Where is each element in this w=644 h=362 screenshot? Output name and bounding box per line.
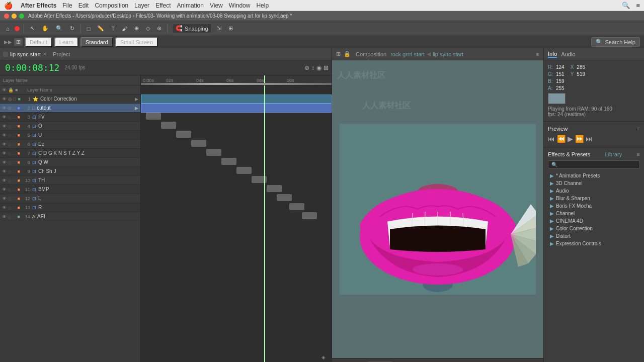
layer-row[interactable]: 👁 ◎ □ ■ 5 ⊡ U (0, 131, 140, 140)
tab-info[interactable]: Info (548, 51, 557, 58)
layer-row[interactable]: 👁 ◎ □ ■ 8 ⊡ Q W (0, 158, 140, 167)
layer-row[interactable]: 👁 ◎ □ ■ 12 ⊡ L (0, 194, 140, 203)
library-tab-btn[interactable]: Library (605, 151, 622, 157)
tool-rect[interactable]: □ (85, 25, 93, 33)
tool-rotate[interactable]: ↻ (68, 24, 76, 33)
effect-blur-sharpen[interactable]: ▶ Blur & Sharpen (548, 195, 640, 202)
tool-puppet[interactable]: ⊛ (155, 24, 164, 33)
menu-animation[interactable]: Animation (177, 2, 204, 9)
visibility-all[interactable]: 👁 (2, 87, 7, 93)
effects-label: Effects & Presets (548, 151, 590, 157)
timeline-tab-close[interactable]: ✕ (43, 51, 47, 57)
kf-13 (289, 203, 304, 210)
layer-panel: 👁 🔒 ■ Layer Name 👁 ◎ □ ■ 1 ⭐ Color Corre… (0, 85, 332, 362)
snapping-toggle[interactable]: 🧲 Snapping (172, 24, 212, 33)
lock-12: □ (13, 196, 15, 201)
menu-window[interactable]: Window (229, 2, 251, 9)
effects-search-input[interactable] (548, 160, 640, 169)
tab-audio[interactable]: Audio (561, 51, 575, 57)
effect-3d-channel[interactable]: ▶ 3D Channel (548, 179, 640, 187)
menu-composition[interactable]: Composition (95, 2, 128, 9)
tool-hand[interactable]: ✋ (40, 24, 51, 33)
tool-brush[interactable]: 🖌 (120, 25, 129, 33)
work-area-bar[interactable] (141, 83, 332, 85)
layer-row[interactable]: 👁 ◎ □ ■ 2 □ cutout ▶ (0, 104, 140, 113)
preview-menu[interactable]: ≡ (637, 126, 640, 132)
layer-row[interactable]: 👁 ◎ □ ■ 10 ⊡ TH (0, 176, 140, 185)
menu-aftereffects[interactable]: After Effects (21, 2, 56, 9)
preview-first[interactable]: ⏮ (548, 135, 555, 143)
layer-row[interactable]: 👁 ◎ □ ■ 9 ⊡ Ch Sh J (0, 167, 140, 176)
layer-row[interactable]: 👁 ◎ □ ■ 4 ⊡ O (0, 122, 140, 131)
top-timecode[interactable]: 0:00:08:12 (3, 61, 61, 74)
playhead-kf[interactable] (264, 85, 265, 362)
effects-menu[interactable]: ≡ (637, 151, 640, 157)
expand-1[interactable]: ▶ (135, 97, 138, 102)
tl-tool1[interactable]: ⊕ (304, 64, 309, 71)
label-all[interactable]: ■ (15, 87, 18, 93)
layer-row[interactable]: 👁 ◎ □ ■ 6 ⊡ Ee (0, 140, 140, 149)
effect-boris-fx[interactable]: ▶ Boris FX Mocha (548, 202, 640, 210)
comp-footer: ⊞ ◪ RGB 100% ▼ 0:00:00:16 📷 Full ▼ ⊡ ⤢ (332, 358, 543, 362)
breadcrumb-child[interactable]: lip sync start (433, 51, 463, 57)
tab-standard[interactable]: Standard (80, 37, 113, 47)
effect-color-correction[interactable]: ▶ Color Correction (548, 225, 640, 232)
search-help-bar[interactable]: 🔍 Search Help (591, 37, 640, 47)
menu-view[interactable]: View (210, 2, 223, 9)
effect-expression-controls[interactable]: ▶ Expression Controls (548, 240, 640, 247)
preview-play[interactable]: ▶ (568, 135, 573, 143)
effect-audio[interactable]: ▶ Audio (548, 187, 640, 195)
effect-channel[interactable]: ▶ Channel (548, 210, 640, 217)
tool-eraser[interactable]: ◇ (144, 24, 152, 33)
tool-select[interactable]: ↖ (28, 24, 37, 33)
effect-cinema4d[interactable]: ▶ CINEMA 4D (548, 217, 640, 225)
layer-row[interactable]: 👁 ◎ □ ■ 7 ⊡ C D G K N S T Z Y Z (0, 149, 140, 158)
tool-text[interactable]: T (109, 25, 117, 33)
preview-next[interactable]: ⏩ (575, 135, 584, 143)
menu-effect[interactable]: Effect (155, 2, 171, 9)
menu-help[interactable]: Help (256, 2, 269, 9)
expand-2[interactable]: ▶ (135, 106, 138, 111)
record-btn[interactable] (15, 26, 20, 31)
tool-pen[interactable]: ✏️ (95, 24, 106, 33)
layer-row[interactable]: 👁 ◎ □ ■ 1 ⭐ Color Correction ▶ (0, 95, 140, 104)
layer-row[interactable]: 👁 ◎ □ ■ 13 ⊡ R (0, 203, 140, 212)
ruler-right[interactable]: 0:00s 02s 04s 06s 08s 10s (141, 75, 332, 85)
minimize-btn[interactable] (12, 14, 17, 19)
tl-tool3[interactable]: ◉ (316, 64, 321, 71)
layer-row[interactable]: 👁 ◎ □ ■ 3 ⊡ FV (0, 113, 140, 122)
layer-row[interactable]: 👁 ◎ □ ■ 11 ⊡ BMP (0, 185, 140, 194)
expand-icon-2: ▶ (550, 188, 554, 194)
tl-tool4[interactable]: ⊠ (324, 64, 329, 71)
comp-menu-btn[interactable]: ≡ (536, 51, 539, 57)
close-btn[interactable] (4, 14, 9, 19)
toolbar-orient[interactable]: ⊞ (226, 24, 235, 33)
kf-bar-2[interactable] (141, 104, 332, 113)
lock-all[interactable]: 🔒 (8, 87, 14, 93)
menu-file[interactable]: File (62, 2, 72, 9)
preview-prev[interactable]: ⏪ (557, 135, 566, 143)
tab-default[interactable]: Default (25, 37, 52, 47)
menu-edit[interactable]: Edit (78, 2, 89, 9)
kf-bar-1[interactable] (141, 95, 332, 104)
tool-zoom[interactable]: 🔍 (54, 24, 65, 33)
tl-tool2[interactable]: ↕ (311, 64, 314, 71)
layer-name-13: R (38, 205, 138, 210)
expand-panels-icon[interactable]: ▶▶ (4, 39, 12, 45)
menu-layer[interactable]: Layer (134, 2, 149, 9)
ruler-row[interactable]: Layer Name 0:00s 02s 04s 06s 08s 10s (0, 75, 332, 85)
apple-menu[interactable]: 🍎 (4, 2, 13, 10)
preview-last[interactable]: ⏭ (586, 135, 593, 143)
toolbar-expand[interactable]: ⇲ (215, 24, 223, 33)
breadcrumb-root[interactable]: rock grrrl start (390, 51, 425, 57)
layer-row[interactable]: 👁 ◎ □ ■ 14 A AEI (0, 212, 140, 221)
effect-animation-presets[interactable]: ▶ * Animation Presets (548, 172, 640, 179)
layout-icon[interactable]: ⊞ (14, 38, 23, 46)
maximize-btn[interactable] (19, 14, 24, 19)
toolbar-home[interactable]: ⌂ (4, 25, 12, 33)
info-a-label: A: (548, 85, 554, 91)
tab-small-screen[interactable]: Small Screen (115, 37, 158, 47)
tool-clone[interactable]: ⊕ (132, 24, 141, 33)
effect-distort[interactable]: ▶ Distort (548, 232, 640, 240)
tab-learn[interactable]: Learn (54, 37, 78, 47)
